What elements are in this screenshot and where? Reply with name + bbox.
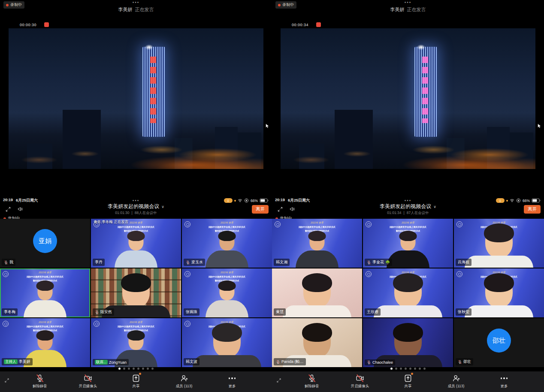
- speaker-status: 正在发言: [135, 7, 154, 12]
- participant-name: 陆安然: [100, 309, 112, 315]
- participant-name: Chaochalee: [372, 360, 393, 365]
- meeting-title-block[interactable]: 李美妍发起的视频会议∨ 01:01:34|87人在会议中: [272, 203, 544, 216]
- leave-button[interactable]: 离开: [252, 205, 269, 214]
- recording-timer: 00:00:30: [20, 23, 36, 27]
- mic-in-use-pill: [224, 198, 233, 203]
- participant-nameplate: 吕海枝: [456, 259, 471, 266]
- share-button[interactable]: 共享: [384, 374, 432, 392]
- share-active-dot: [139, 373, 141, 375]
- share-button[interactable]: 共享: [112, 374, 160, 392]
- participant-tile-host[interactable]: 2022年 春季国际中文教师奖学金线上项目开班仪式暨首届短视频大赛颁奖仪式 主持…: [0, 318, 90, 367]
- page-dots[interactable]: [0, 368, 272, 370]
- camera-on-button[interactable]: 开启摄像头: [64, 374, 112, 392]
- participant-tile[interactable]: 2022年 春季国际中文教师奖学金线上项目开班仪式暨首届短视频大赛颁奖仪式 张秋…: [454, 268, 544, 317]
- members-button[interactable]: 成员 (113): [432, 374, 480, 392]
- speaker-name: 李美妍: [390, 7, 405, 12]
- shared-screen-video[interactable]: [9, 28, 263, 169]
- unmute-button[interactable]: 解除静音: [288, 374, 336, 392]
- participant-name: 李冬梅: [4, 309, 15, 315]
- members-button[interactable]: 成员 (113): [160, 374, 208, 392]
- participant-nameplate: 张秋莹: [456, 308, 471, 316]
- mic-muted-icon: [4, 260, 8, 265]
- camera-off-icon: [84, 374, 92, 383]
- status-date: 6月25日周六: [16, 198, 38, 203]
- participant-tile[interactable]: 2022年 春季国际中文教师奖学金线上项目开班仪式暨首届短视频大赛颁奖仪式 梁玉…: [182, 219, 272, 268]
- record-dot-icon: [278, 4, 281, 6]
- participant-tile[interactable]: 邵壮 邵壮: [454, 318, 544, 367]
- mic-muted-icon: [367, 360, 371, 365]
- stop-recording-button[interactable]: [44, 22, 49, 27]
- participant-tile[interactable]: 2022年 春季国际中文教师奖学金线上项目开班仪式暨首届短视频大赛颁奖仪式 韩文…: [182, 318, 272, 367]
- meeting-title-bar: 李美妍发起的视频会议∨ 01:01:34|87人在会议中 离开: [272, 203, 544, 215]
- participants-count: 88人在会议中: [135, 211, 157, 215]
- mic-muted-icon: [186, 260, 190, 265]
- page-dots[interactable]: [272, 368, 544, 370]
- shared-screen-video[interactable]: [281, 28, 535, 169]
- participant-tile[interactable]: 2022年 春季国际中文教师奖学金线上项目开班仪式暨首届短视频大赛颁奖仪式 李金…: [363, 219, 453, 268]
- meeting-screen-right: 录制中 ••• 李美妍正在发言 00:00:34 20:196月25日周六 ••…: [272, 0, 544, 392]
- participant-name: 李丹: [95, 259, 103, 265]
- meeting-title-block[interactable]: 李美妍发起的视频会议∨ 01:01:30|88人在会议中: [0, 203, 272, 216]
- participant-nameplate: Chaochalee: [365, 359, 395, 365]
- more-button[interactable]: 更多: [208, 374, 256, 392]
- participant-name: 韩文湘: [276, 259, 287, 265]
- participant-tile[interactable]: 2022年 春季国际中文教师奖学金线上项目开班仪式暨首届短视频大赛颁奖仪式 吕海…: [454, 219, 544, 268]
- collapse-toolbar-icon[interactable]: [276, 378, 281, 383]
- participant-name: 梁玉水: [191, 259, 203, 265]
- recording-timer: 00:00:34: [292, 23, 308, 27]
- recording-badge[interactable]: 录制中: [275, 1, 296, 9]
- participant-name: 邵壮: [463, 359, 471, 365]
- participant-nameplate: 主持人李美妍: [2, 358, 33, 365]
- top-menu-dots-icon[interactable]: •••: [272, 0, 544, 5]
- city-lights: [9, 118, 263, 169]
- chevron-down-icon: ∨: [161, 205, 164, 209]
- battery-icon: [260, 198, 269, 203]
- participant-nameplate: 张琬珠: [184, 308, 199, 316]
- participant-nameplate: 联席...ZongYuan: [93, 359, 129, 365]
- host-badge: 主持人: [4, 359, 18, 364]
- participant-tile[interactable]: 2022年 春季国际中文教师奖学金线上项目开班仪式暨首届短视频大赛颁奖仪式 韩文…: [272, 219, 362, 268]
- participant-nameplate: 王欣睿: [365, 308, 381, 316]
- divider: |: [131, 211, 132, 215]
- participant-tile[interactable]: 亚娟 我: [0, 219, 90, 268]
- meeting-duration: 01:01:30: [115, 211, 129, 215]
- mic-muted-icon: [276, 360, 280, 364]
- status-time: 20:19: [275, 198, 285, 203]
- avatar: 邵壮: [487, 329, 511, 353]
- meeting-screen-left: 录制中 ••• 李美妍正在发言 00:00:30 20:196月25日周六 ••…: [0, 0, 272, 392]
- participant-tile-cohost[interactable]: 2022年 春季国际中文教师奖学金线上项目开班仪式暨首届短视频大赛颁奖仪式 联席…: [91, 318, 181, 367]
- tree-emoji: 🌳: [385, 260, 390, 265]
- stop-recording-button[interactable]: [316, 22, 321, 27]
- mic-icon: [227, 199, 230, 202]
- participant-nameplate: 韩文波: [184, 358, 199, 365]
- participant-tile[interactable]: 2022年 春季国际中文教师奖学金线上项目开班仪式暨首届短视频大赛颁奖仪式 王欣…: [363, 268, 453, 317]
- share-active-dot: [411, 373, 413, 375]
- top-menu-dots-icon[interactable]: •••: [0, 0, 272, 5]
- participant-tile-active-speaker[interactable]: 2022年 春季国际中文教师奖学金线上项目开班仪式暨首届短视频大赛颁奖仪式 李冬…: [0, 268, 90, 317]
- participants-count: 87人在会议中: [407, 211, 429, 215]
- participant-nameplate: 我: [2, 259, 15, 266]
- recording-badge-label: 录制中: [282, 2, 294, 8]
- participant-tile[interactable]: 黄慧: [272, 268, 362, 317]
- participant-nameplate: 邵壮: [456, 358, 473, 365]
- more-button[interactable]: 更多: [480, 374, 528, 392]
- orange-dot-indicator: [234, 200, 236, 202]
- avatar: 亚娟: [33, 229, 57, 253]
- participant-tile[interactable]: 2022年 春季国际中文教师奖学金线上项目开班仪式暨首届短视频大赛颁奖仪式 青草…: [91, 219, 181, 268]
- wifi-icon: [238, 198, 242, 203]
- mic-muted-icon: [95, 310, 99, 314]
- mic-in-use-pill: [496, 198, 505, 203]
- status-time: 20:19: [3, 198, 13, 203]
- collapse-toolbar-icon[interactable]: [4, 378, 9, 383]
- leave-button[interactable]: 离开: [524, 205, 541, 214]
- camera-on-button[interactable]: 开启摄像头: [336, 374, 384, 392]
- participant-tile[interactable]: Panida (帕…: [272, 318, 362, 367]
- participant-tile[interactable]: Chaochalee: [363, 318, 453, 367]
- participant-name: 王欣睿: [367, 309, 378, 315]
- recording-badge[interactable]: 录制中: [3, 1, 24, 9]
- meeting-duration: 01:01:34: [387, 211, 401, 215]
- mic-muted-icon: [36, 374, 44, 383]
- participant-tile[interactable]: 2022年 春季国际中文教师奖学金线上项目开班仪式暨首届短视频大赛颁奖仪式 张琬…: [182, 268, 272, 317]
- participant-tile[interactable]: 陆安然: [91, 268, 181, 317]
- unmute-button[interactable]: 解除静音: [16, 374, 64, 392]
